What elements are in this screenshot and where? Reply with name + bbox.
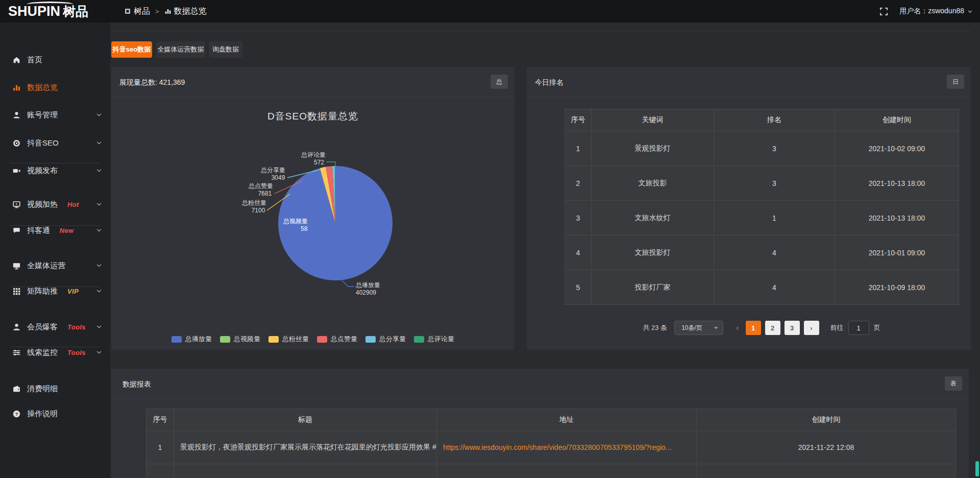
goto-page-input[interactable] bbox=[848, 321, 869, 335]
sidebar-item-bar-chart[interactable]: 数据总览 bbox=[0, 80, 110, 95]
table-cell: 1 bbox=[565, 131, 592, 166]
sidebar-badge: Tools bbox=[67, 323, 86, 331]
pie-label-fans: 总粉丝量 bbox=[241, 199, 266, 206]
chat-icon bbox=[12, 226, 21, 235]
legend-item[interactable]: 总评论量 bbox=[414, 334, 454, 344]
table-cell: 文旅水纹灯 bbox=[592, 201, 714, 235]
chevron-down-icon bbox=[96, 140, 102, 146]
report-link[interactable]: https://www.iesdouyin.com/share/video/70… bbox=[443, 443, 672, 451]
impressions-total-label: 展现量总数: 421,369 bbox=[119, 78, 185, 87]
sidebar-badge: VIP bbox=[67, 288, 79, 295]
column-header: 序号 bbox=[146, 409, 174, 431]
table-cell: 4 bbox=[565, 235, 592, 270]
table-cell: 景观投影灯 bbox=[592, 131, 714, 166]
svg-text:?: ? bbox=[15, 411, 18, 416]
legend-item[interactable]: 总分享量 bbox=[365, 334, 406, 344]
fullscreen-icon[interactable] bbox=[879, 7, 888, 16]
sidebar-item-user-solid[interactable]: 会员爆客Tools bbox=[0, 319, 110, 334]
rank-table-grid: 序号关键词排名创建时间1景观投影灯32021-10-02 09:002文旅投影3… bbox=[565, 109, 959, 305]
sidebar-item-grid[interactable]: 矩阵助推VIP bbox=[0, 283, 110, 299]
table-row: 3文旅水纹灯12021-10-13 18:00 bbox=[565, 201, 959, 235]
user-menu[interactable]: 用户名：zswodun88 bbox=[899, 7, 973, 16]
sidebar-item-wallet[interactable]: 消费明细 bbox=[0, 381, 110, 396]
callout-line-plays bbox=[341, 279, 354, 286]
sidebar-item-video[interactable]: 视频发布 bbox=[0, 163, 110, 178]
table-cell: 2021-11-22 12:08 bbox=[697, 431, 956, 464]
pie-value-videos: 58 bbox=[301, 225, 308, 232]
table-cell: https://www.iesdouyin.com/share/video/70… bbox=[437, 431, 697, 464]
goto-suffix-label: 页 bbox=[874, 323, 880, 332]
page-button-3[interactable]: 3 bbox=[785, 321, 800, 335]
legend-item[interactable]: 总播放量 bbox=[172, 334, 212, 344]
sidebar-divider bbox=[10, 225, 100, 226]
column-header: 地址 bbox=[437, 409, 697, 431]
tab-douyin-seo[interactable]: 抖音seo数据 bbox=[111, 41, 152, 58]
breadcrumb-label: 数据总览 bbox=[174, 6, 207, 17]
monitor-icon bbox=[12, 261, 21, 270]
sidebar-item-monitor[interactable]: 全媒体运营 bbox=[0, 258, 110, 273]
legend-label: 总评论量 bbox=[428, 334, 454, 344]
sidebar-item-label: 视频发布 bbox=[27, 166, 58, 176]
table-view-button[interactable]: 表 bbox=[945, 376, 962, 391]
tab-inquiry[interactable]: 询盘数据 bbox=[209, 41, 242, 58]
page-size-select[interactable]: 10条/页 bbox=[674, 321, 723, 335]
sidebar-divider bbox=[10, 286, 100, 287]
next-page-button[interactable]: › bbox=[804, 321, 819, 335]
sidebar-item-label: 全媒体运营 bbox=[27, 261, 65, 271]
bar-chart-icon bbox=[12, 83, 21, 92]
chevron-down-icon bbox=[96, 168, 102, 174]
table-cell: 文旅投影灯 bbox=[592, 235, 714, 270]
sidebar-item-screen-play[interactable]: 视频加热Hot bbox=[0, 197, 110, 212]
table-row: 5投影灯厂家42021-10-09 18:00 bbox=[565, 270, 959, 305]
floating-widget-edge[interactable] bbox=[975, 461, 979, 476]
legend-swatch bbox=[317, 336, 327, 343]
page-button-2[interactable]: 2 bbox=[765, 321, 780, 335]
sidebar-item-label: 操作说明 bbox=[27, 409, 58, 419]
sidebar-item-home[interactable]: 首页 bbox=[0, 52, 110, 67]
legend-item[interactable]: 总视频量 bbox=[220, 334, 260, 344]
sidebar-item-question[interactable]: ?操作说明 bbox=[0, 406, 110, 421]
sidebar-item-label: 数据总览 bbox=[27, 83, 58, 92]
sidebar-item-label: 账号管理 bbox=[27, 110, 58, 120]
column-header: 关键词 bbox=[592, 109, 714, 131]
day-view-button[interactable]: 日 bbox=[947, 75, 964, 89]
data-report-panel: 数据报表 表 序号标题地址创建时间1景观投影灯，夜游景观投影灯厂家展示展示落花灯… bbox=[111, 369, 969, 478]
page-button-1[interactable]: 1 bbox=[746, 321, 761, 335]
breadcrumb-item-home[interactable]: 树品 bbox=[124, 6, 150, 17]
column-header: 序号 bbox=[565, 109, 592, 131]
tab-omni-media[interactable]: 全媒体运营数据 bbox=[156, 41, 205, 58]
column-header: 标题 bbox=[174, 409, 437, 431]
report-table-grid: 序号标题地址创建时间1景观投影灯，夜游景观投影灯厂家展示展示落花灯在花园里的灯光… bbox=[146, 409, 956, 478]
table-cell: 4 bbox=[714, 270, 835, 305]
table-cell: 2021-10-13 18:00 bbox=[835, 166, 959, 201]
table-row: 1景观投影灯32021-10-02 09:00 bbox=[565, 131, 959, 166]
total-view-button[interactable]: 总 bbox=[491, 75, 508, 89]
chart-legend: 总播放量总视频量总粉丝量总点赞量总分享量总评论量 bbox=[111, 334, 514, 344]
pagination: 共 23 条 10条/页 ‹ 1 2 3 › 前往 页 bbox=[565, 321, 959, 335]
pie-value-plays: 402909 bbox=[356, 289, 376, 296]
table-cell: 景观投影灯，夜游景观投影灯厂家展示展示落花灯在花园里的灯光投影应用效果 # bbox=[174, 431, 437, 464]
sidebar-item-label: 首页 bbox=[27, 55, 42, 65]
breadcrumb-item-current[interactable]: 数据总览 bbox=[164, 6, 207, 17]
top-header-bar: SHUPIN 树品 树品 > 数据总览 用户名：zswodun88 bbox=[0, 0, 980, 22]
table-row: 4文旅投影灯42021-10-01 09:00 bbox=[565, 235, 959, 270]
seo-pie-chart: 总评论量 572 总分享量 3049 总点赞量 7681 总粉丝量 7100 总… bbox=[111, 97, 514, 350]
chevron-down-icon bbox=[96, 201, 102, 207]
breadcrumb-separator: > bbox=[155, 8, 159, 15]
sidebar-item-gear[interactable]: 抖音SEO bbox=[0, 135, 110, 151]
table-cell: 4 bbox=[714, 235, 835, 270]
sidebar-item-label: 矩阵助推 bbox=[27, 286, 58, 296]
sidebar-badge: Hot bbox=[67, 201, 79, 208]
prev-page-button[interactable]: ‹ bbox=[736, 323, 739, 332]
sidebar-item-user[interactable]: 账号管理 bbox=[0, 107, 110, 123]
legend-item[interactable]: 总粉丝量 bbox=[268, 334, 309, 344]
report-panel-title: 数据报表 bbox=[122, 380, 151, 389]
today-rank-panel: 今日排名 日 序号关键词排名创建时间1景观投影灯32021-10-02 09:0… bbox=[527, 67, 971, 350]
legend-item[interactable]: 总点赞量 bbox=[317, 334, 357, 344]
sidebar-item-label: 消费明细 bbox=[27, 384, 58, 394]
logo-arc-decoration bbox=[27, 2, 74, 7]
table-row: 2文旅投影32021-10-13 18:00 bbox=[565, 166, 959, 201]
column-header: 创建时间 bbox=[697, 409, 956, 431]
table-row bbox=[146, 464, 956, 478]
content-divider-line bbox=[111, 31, 971, 31]
